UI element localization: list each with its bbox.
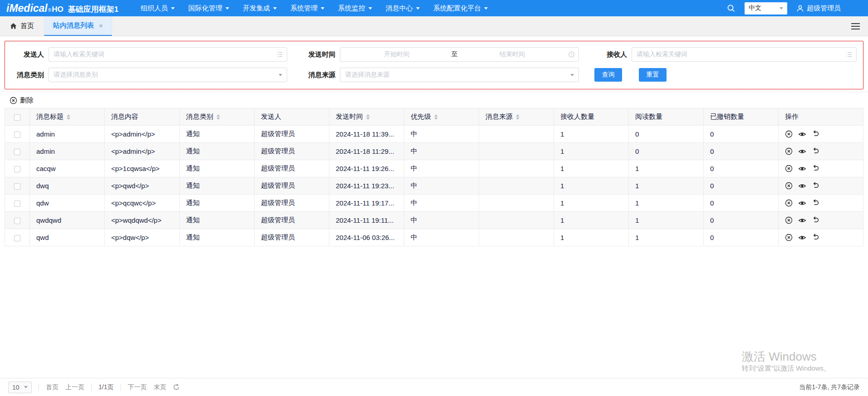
language-select[interactable]: 中文 <box>745 2 787 15</box>
sort-icon[interactable] <box>67 114 70 120</box>
sort-asc-icon[interactable] <box>516 114 520 117</box>
revoke-button[interactable] <box>785 147 793 155</box>
top-nav-item[interactable]: 系统监控 <box>331 0 379 16</box>
sort-icon[interactable] <box>434 114 438 120</box>
search-icon[interactable] <box>726 4 736 13</box>
revoke-button[interactable] <box>785 130 793 138</box>
sort-desc-icon[interactable] <box>434 117 438 120</box>
prev-page-button[interactable]: 上一页 <box>65 383 84 391</box>
tab-home[interactable]: 首页 <box>0 16 44 36</box>
receiver-input[interactable]: 请输入检索关键词 <box>632 47 857 62</box>
sort-icon[interactable] <box>216 114 220 120</box>
recall-button[interactable] <box>812 165 819 172</box>
column-header: 消息来源 <box>479 108 554 126</box>
cell-category: 通知 <box>180 177 255 195</box>
cell-time: 2024-11-11 19:26... <box>329 160 404 177</box>
table-header-row: 消息标题消息内容消息类别发送人发送时间优先级消息来源接收人数量阅读数量已撤销数量… <box>5 108 863 126</box>
page-size-select[interactable]: 10 <box>8 381 32 393</box>
cell-category: 通知 <box>180 160 255 177</box>
search-button[interactable]: 查询 <box>594 68 622 82</box>
row-checkbox[interactable] <box>14 200 20 207</box>
top-nav-item[interactable]: 消息中心 <box>379 0 427 16</box>
row-checkbox[interactable] <box>14 132 20 138</box>
sort-desc-icon[interactable] <box>516 117 520 120</box>
sort-asc-icon[interactable] <box>67 114 70 117</box>
top-nav-item-label: 系统监控 <box>338 4 365 13</box>
tab-message-list[interactable]: 站内消息列表 × <box>44 16 112 36</box>
sender-input[interactable]: 请输入检索关键词 <box>49 47 287 62</box>
top-nav-item[interactable]: 组织人员 <box>134 0 181 16</box>
cell-source <box>479 126 554 143</box>
sort-desc-icon[interactable] <box>366 117 370 120</box>
list-icon[interactable] <box>276 51 283 58</box>
view-button[interactable] <box>798 182 806 190</box>
logo-suffix: HO <box>52 5 64 14</box>
cell-source <box>479 143 554 160</box>
cell-source <box>479 195 554 212</box>
user-name: 超级管理员 <box>807 4 841 13</box>
recall-button[interactable] <box>812 199 819 207</box>
first-page-button[interactable]: 首页 <box>46 383 59 391</box>
sort-asc-icon[interactable] <box>434 114 438 117</box>
last-page-button[interactable]: 末页 <box>153 383 166 391</box>
menu-icon[interactable] <box>851 23 860 29</box>
sort-desc-icon[interactable] <box>216 117 220 120</box>
next-page-button[interactable]: 下一页 <box>128 383 147 391</box>
category-select[interactable]: 请选择消息类别 <box>49 68 287 82</box>
row-operations <box>785 165 859 173</box>
cell-priority: 中 <box>404 229 479 246</box>
select-all-checkbox[interactable] <box>14 114 20 121</box>
view-button[interactable] <box>798 165 806 173</box>
top-nav-item[interactable]: 系统配置化平台 <box>427 0 495 16</box>
view-button[interactable] <box>798 130 806 138</box>
delete-button[interactable]: 删除 <box>10 96 34 105</box>
refresh-icon[interactable] <box>173 384 180 391</box>
view-button[interactable] <box>798 147 806 156</box>
revoke-button[interactable] <box>785 199 793 207</box>
column-header: 优先级 <box>404 108 479 126</box>
row-checkbox[interactable] <box>14 218 20 224</box>
list-icon[interactable] <box>845 51 853 58</box>
source-select[interactable]: 请选择消息来源 <box>340 68 579 82</box>
cell-operations <box>779 212 863 229</box>
sort-icon[interactable] <box>366 114 370 120</box>
view-button[interactable] <box>798 234 806 242</box>
top-nav-item[interactable]: 系统管理 <box>284 0 331 16</box>
circle-x-icon <box>785 147 793 155</box>
row-checkbox-cell <box>5 160 30 177</box>
sort-icon[interactable] <box>516 114 520 120</box>
sort-desc-icon[interactable] <box>67 117 70 120</box>
recall-button[interactable] <box>812 182 819 190</box>
table-row: qwd<p>dqw</p>通知超级管理员2024-11-06 03:26...中… <box>5 229 863 246</box>
recall-button[interactable] <box>812 147 819 155</box>
view-button[interactable] <box>798 216 806 225</box>
revoke-button[interactable] <box>785 165 793 172</box>
sort-asc-icon[interactable] <box>216 114 220 117</box>
recall-button[interactable] <box>812 234 819 241</box>
revoke-button[interactable] <box>785 216 793 224</box>
top-nav-item[interactable]: 开发集成 <box>236 0 284 16</box>
cell-revoked: 0 <box>704 177 779 195</box>
undo-icon <box>812 130 819 138</box>
reset-button[interactable]: 重置 <box>639 68 667 82</box>
row-checkbox[interactable] <box>14 183 20 190</box>
cell-category: 通知 <box>180 143 255 160</box>
send-time-range-input[interactable]: 开始时间 至 结束时间 <box>340 47 579 62</box>
revoke-button[interactable] <box>785 234 793 241</box>
sort-asc-icon[interactable] <box>366 114 370 117</box>
revoke-button[interactable] <box>785 182 793 190</box>
row-checkbox[interactable] <box>14 166 20 172</box>
view-button[interactable] <box>798 199 806 207</box>
recall-button[interactable] <box>812 130 819 138</box>
cell-title: cacqw <box>30 160 105 177</box>
cell-priority: 中 <box>404 143 479 160</box>
eye-icon <box>798 165 806 173</box>
close-icon[interactable]: × <box>99 22 103 29</box>
row-checkbox[interactable] <box>14 235 20 241</box>
user-menu[interactable]: 超级管理员 <box>796 4 841 13</box>
top-nav-item[interactable]: 国际化管理 <box>181 0 236 16</box>
undo-icon <box>812 199 819 207</box>
recall-button[interactable] <box>812 216 819 224</box>
row-checkbox[interactable] <box>14 149 20 155</box>
eye-icon <box>798 199 806 207</box>
